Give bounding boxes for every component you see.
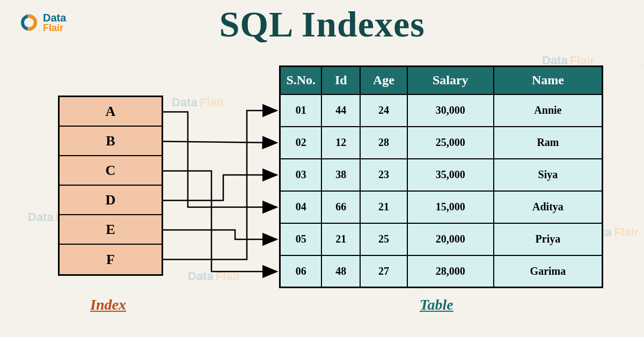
- cell-id: 21: [321, 223, 360, 255]
- col-header-id: Id: [321, 67, 360, 94]
- cell-age: 25: [360, 223, 407, 255]
- table-row: 06482728,000Garima: [280, 255, 603, 288]
- data-table: S.No. Id Age Salary Name 01442430,000Ann…: [279, 65, 603, 288]
- cell-sno: 03: [280, 159, 322, 191]
- cell-age: 27: [360, 255, 407, 288]
- index-cell: E: [60, 215, 162, 245]
- table-row: 03382335,000Siya: [280, 159, 603, 191]
- cell-salary: 25,000: [407, 127, 494, 159]
- cell-sno: 02: [280, 127, 322, 159]
- cell-name: Annie: [494, 94, 603, 127]
- cell-sno: 06: [280, 255, 322, 288]
- cell-age: 24: [360, 94, 407, 127]
- cell-name: Garima: [494, 255, 603, 288]
- cell-id: 38: [321, 159, 360, 191]
- col-header-salary: Salary: [407, 67, 494, 94]
- cell-salary: 30,000: [407, 94, 494, 127]
- index-cell: B: [60, 127, 162, 156]
- index-cell: F: [60, 245, 162, 274]
- col-header-name: Name: [494, 67, 603, 94]
- index-cell: C: [60, 156, 162, 186]
- cell-id: 12: [321, 127, 360, 159]
- cell-sno: 01: [280, 94, 322, 127]
- cell-name: Siya: [494, 159, 603, 191]
- cell-salary: 15,000: [407, 191, 494, 223]
- cell-name: Priya: [494, 223, 603, 255]
- cell-salary: 35,000: [407, 159, 494, 191]
- col-header-sno: S.No.: [280, 67, 322, 94]
- cell-sno: 05: [280, 223, 322, 255]
- table-caption: Table: [420, 296, 453, 313]
- cell-sno: 04: [280, 191, 322, 223]
- mapping-arrow: [163, 111, 277, 260]
- index-cell: D: [60, 186, 162, 215]
- col-header-age: Age: [360, 67, 407, 94]
- index-cell: A: [60, 97, 162, 127]
- cell-salary: 20,000: [407, 223, 494, 255]
- table-row: 05212520,000Priya: [280, 223, 603, 255]
- table-header-row: S.No. Id Age Salary Name: [280, 67, 603, 94]
- cell-age: 23: [360, 159, 407, 191]
- cell-age: 21: [360, 191, 407, 223]
- cell-salary: 28,000: [407, 255, 494, 288]
- cell-name: Ram: [494, 127, 603, 159]
- mapping-arrow: [163, 171, 277, 272]
- table-row: 02122825,000Ram: [280, 127, 603, 159]
- cell-age: 28: [360, 127, 407, 159]
- page-title: SQL Indexes: [0, 3, 644, 46]
- watermark: DataFlair: [172, 96, 224, 109]
- cell-id: 48: [321, 255, 360, 288]
- table-row: 04662115,000Aditya: [280, 191, 603, 223]
- mapping-arrow: [163, 112, 277, 208]
- table-row: 01442430,000Annie: [280, 94, 603, 127]
- index-box: A B C D E F: [58, 96, 163, 276]
- mapping-arrow: [163, 230, 277, 240]
- mapping-arrow: [163, 142, 277, 143]
- cell-id: 44: [321, 94, 360, 127]
- cell-name: Aditya: [494, 191, 603, 223]
- watermark: DataFlair: [188, 269, 240, 283]
- mapping-arrow: [163, 175, 277, 201]
- index-caption: Index: [90, 296, 126, 313]
- cell-id: 66: [321, 191, 360, 223]
